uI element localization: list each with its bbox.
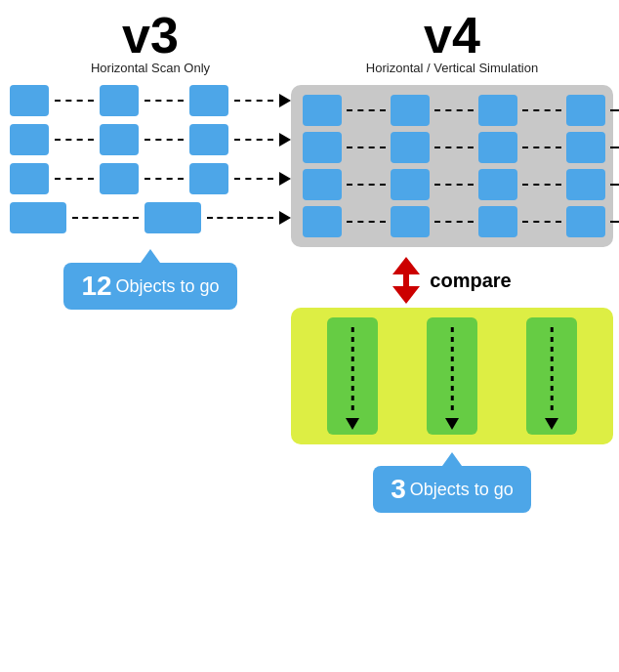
dashed-line bbox=[347, 184, 386, 186]
v4-gray-box bbox=[291, 85, 613, 247]
dashed-line bbox=[522, 147, 561, 148]
dashed-line bbox=[55, 178, 94, 180]
blue-block bbox=[566, 169, 605, 200]
dashed-line bbox=[55, 139, 94, 141]
v3-title: v3 bbox=[122, 10, 179, 61]
dashed-line bbox=[434, 109, 474, 111]
compare-label: compare bbox=[430, 270, 511, 292]
blue-block bbox=[303, 132, 342, 163]
v4-subtitle: Horizontal / Vertical Simulation bbox=[366, 61, 538, 75]
dashed-line bbox=[347, 109, 386, 111]
arrow-right-icon bbox=[279, 133, 291, 147]
arrow-right-icon bbox=[279, 94, 291, 107]
blue-block bbox=[566, 206, 605, 237]
dashed-line bbox=[347, 221, 386, 223]
arrow-down-icon bbox=[545, 418, 558, 430]
badge-triangle-up bbox=[141, 249, 160, 263]
dashed-line bbox=[347, 147, 386, 148]
blue-block bbox=[10, 85, 49, 116]
dashed-line bbox=[72, 217, 139, 219]
v3-badge-text: Objects to go bbox=[116, 276, 220, 297]
vert-dashed-line bbox=[351, 327, 354, 413]
dashed-line bbox=[234, 100, 273, 102]
scan-row bbox=[10, 163, 291, 194]
dashed-line bbox=[434, 184, 474, 186]
blue-block bbox=[303, 169, 342, 200]
badge-triangle-up bbox=[442, 452, 462, 466]
blue-block bbox=[391, 132, 430, 163]
dashed-line bbox=[234, 139, 273, 141]
blue-block bbox=[10, 124, 49, 155]
blue-block bbox=[478, 206, 517, 237]
blue-block bbox=[10, 163, 49, 194]
dashed-line bbox=[144, 100, 184, 102]
blue-block bbox=[478, 169, 517, 200]
scan-row-v4 bbox=[303, 95, 601, 126]
dashed-line bbox=[610, 221, 619, 223]
blue-block bbox=[10, 202, 66, 233]
vert-col bbox=[327, 317, 378, 435]
dashed-line bbox=[522, 184, 561, 186]
arrow-down-icon bbox=[392, 286, 420, 304]
arrow-down-icon bbox=[445, 418, 459, 430]
dashed-line bbox=[434, 147, 474, 148]
dashed-line bbox=[610, 184, 619, 186]
right-panel: v4 Horizontal / Vertical Simulation bbox=[291, 10, 613, 513]
arrow-right-icon bbox=[279, 172, 291, 186]
blue-block bbox=[391, 206, 430, 237]
arrow-right-icon bbox=[279, 211, 291, 225]
v3-badge: 12 Objects to go bbox=[63, 263, 236, 310]
blue-block bbox=[189, 163, 228, 194]
blue-block bbox=[189, 85, 228, 116]
v3-badge-wrapper: 12 Objects to go bbox=[63, 249, 236, 310]
dashed-line bbox=[55, 100, 94, 102]
v3-subtitle: Horizontal Scan Only bbox=[91, 61, 210, 75]
scan-row bbox=[10, 85, 291, 116]
dashed-line bbox=[522, 221, 561, 223]
dashed-line bbox=[207, 217, 273, 219]
dashed-line bbox=[144, 178, 184, 180]
left-panel: v3 Horizontal Scan Only bbox=[10, 10, 291, 310]
compare-section: compare bbox=[291, 257, 613, 304]
blue-block bbox=[303, 95, 342, 126]
v3-scan-rows bbox=[10, 85, 291, 233]
scan-row-v4 bbox=[303, 169, 601, 200]
blue-block bbox=[189, 124, 228, 155]
v3-badge-number: 12 bbox=[81, 271, 111, 302]
dashed-line bbox=[434, 221, 474, 223]
blue-block bbox=[100, 163, 139, 194]
v4-badge-number: 3 bbox=[391, 474, 406, 505]
vert-col bbox=[427, 317, 477, 435]
blue-block bbox=[566, 95, 605, 126]
blue-block bbox=[566, 132, 605, 163]
arrow-up-icon bbox=[392, 257, 420, 274]
v4-badge: 3 Objects to go bbox=[373, 466, 531, 513]
v4-title: v4 bbox=[424, 10, 480, 61]
scan-row-v4 bbox=[303, 206, 601, 237]
vert-dashed-line bbox=[451, 327, 454, 413]
dashed-line bbox=[522, 109, 561, 111]
dashed-line bbox=[234, 178, 273, 180]
blue-block bbox=[391, 95, 430, 126]
v4-scan-rows bbox=[303, 95, 601, 237]
blue-block bbox=[100, 85, 139, 116]
dashed-line bbox=[144, 139, 184, 141]
blue-block bbox=[391, 169, 430, 200]
scan-row bbox=[10, 202, 291, 233]
scan-row-v4 bbox=[303, 132, 601, 163]
v4-badge-text: Objects to go bbox=[410, 480, 514, 500]
vert-scan-row bbox=[303, 317, 601, 435]
v4-badge-wrapper: 3 Objects to go bbox=[373, 452, 531, 513]
blue-block bbox=[478, 132, 517, 163]
double-arrow-icon bbox=[392, 257, 420, 304]
vert-col bbox=[526, 317, 577, 435]
vert-dashed-line bbox=[551, 327, 554, 413]
main-container: v3 Horizontal Scan Only bbox=[0, 0, 619, 672]
blue-block bbox=[100, 124, 139, 155]
dashed-line bbox=[610, 109, 619, 111]
blue-block bbox=[303, 206, 342, 237]
arrow-down-icon bbox=[346, 418, 359, 430]
blue-block bbox=[144, 202, 201, 233]
blue-block bbox=[478, 95, 517, 126]
scan-row bbox=[10, 124, 291, 155]
